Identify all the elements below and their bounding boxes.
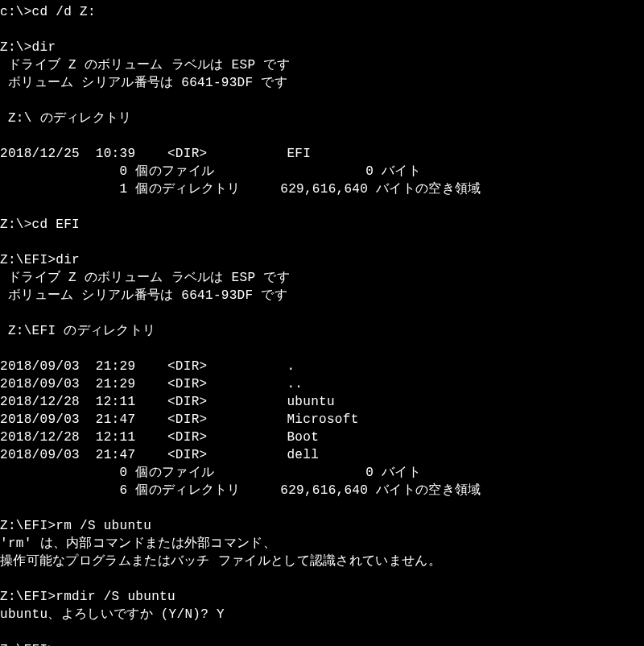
output-text: 6 個のディレクトリ 629,616,640 バイトの空き領域 bbox=[0, 483, 481, 498]
prompt: Z:\> bbox=[0, 40, 32, 55]
terminal-line bbox=[0, 21, 644, 39]
terminal-line: 2018/12/28 12:11 <DIR> ubuntu bbox=[0, 393, 644, 411]
output-text: ボリューム シリアル番号は 6641-93DF です bbox=[0, 76, 287, 90]
command-text: cd /d Z: bbox=[32, 5, 96, 19]
terminal-line: Z:\>dir bbox=[0, 39, 644, 56]
output-text: Z:\ のディレクトリ bbox=[0, 111, 132, 126]
terminal-line: Z:\EFI>rm /S ubuntu bbox=[0, 517, 644, 535]
output-text: ドライブ Z のボリューム ラベルは ESP です bbox=[0, 271, 290, 285]
terminal-line bbox=[0, 499, 644, 517]
terminal-line: ボリューム シリアル番号は 6641-93DF です bbox=[0, 74, 644, 92]
command-text: rmdir /S ubuntu bbox=[56, 590, 175, 604]
output-text: ドライブ Z のボリューム ラベルは ESP です bbox=[0, 58, 290, 72]
command-text: dir bbox=[56, 253, 80, 267]
terminal-line: 2018/09/03 21:29 <DIR> . bbox=[0, 358, 644, 375]
terminal-line: 2018/12/25 10:39 <DIR> EFI bbox=[0, 145, 644, 163]
terminal-line bbox=[0, 127, 644, 145]
output-text: 2018/12/28 12:11 <DIR> ubuntu bbox=[0, 395, 335, 409]
terminal-line: 操作可能なプログラムまたはバッチ ファイルとして認識されていません。 bbox=[0, 553, 644, 570]
terminal-line: ボリューム シリアル番号は 6641-93DF です bbox=[0, 287, 644, 304]
terminal-line: 2018/09/03 21:29 <DIR> .. bbox=[0, 375, 644, 393]
output-text: ubuntu、よろしいですか (Y/N)? Y bbox=[0, 607, 225, 622]
terminal-line: Z:\EFI> bbox=[0, 641, 644, 646]
command-text: dir bbox=[32, 40, 56, 55]
terminal-output[interactable]: c:\>cd /d Z: Z:\>dir ドライブ Z のボリューム ラベルは … bbox=[0, 0, 644, 646]
terminal-line bbox=[0, 623, 644, 641]
output-text: 2018/09/03 21:29 <DIR> .. bbox=[0, 377, 303, 391]
output-text: 2018/12/28 12:11 <DIR> Boot bbox=[0, 430, 319, 445]
terminal-line: 0 個のファイル 0 バイト bbox=[0, 163, 644, 180]
terminal-line: 2018/09/03 21:47 <DIR> Microsoft bbox=[0, 411, 644, 429]
terminal-line bbox=[0, 234, 644, 251]
prompt: Z:\EFI> bbox=[0, 253, 56, 267]
terminal-line: 6 個のディレクトリ 629,616,640 バイトの空き領域 bbox=[0, 482, 644, 499]
output-text: 2018/09/03 21:47 <DIR> dell bbox=[0, 448, 319, 462]
output-text: 'rm' は、内部コマンドまたは外部コマンド、 bbox=[0, 536, 276, 551]
terminal-line bbox=[0, 198, 644, 216]
terminal-line: Z:\>cd EFI bbox=[0, 216, 644, 234]
prompt: c:\> bbox=[0, 5, 32, 19]
output-text: 1 個のディレクトリ 629,616,640 バイトの空き領域 bbox=[0, 182, 481, 197]
terminal-line: ドライブ Z のボリューム ラベルは ESP です bbox=[0, 56, 644, 74]
terminal-line bbox=[0, 570, 644, 588]
output-text: Z:\EFI のディレクトリ bbox=[0, 324, 155, 338]
command-text: cd EFI bbox=[32, 217, 80, 232]
terminal-line: 'rm' は、内部コマンドまたは外部コマンド、 bbox=[0, 535, 644, 553]
output-text: 0 個のファイル 0 バイト bbox=[0, 466, 421, 480]
prompt: Z:\> bbox=[0, 217, 32, 232]
terminal-line: Z:\EFI>rmdir /S ubuntu bbox=[0, 588, 644, 606]
terminal-line bbox=[0, 340, 644, 358]
terminal-line: ドライブ Z のボリューム ラベルは ESP です bbox=[0, 269, 644, 287]
terminal-line: Z:\ のディレクトリ bbox=[0, 110, 644, 127]
prompt: Z:\EFI> bbox=[0, 643, 56, 646]
terminal-line: ubuntu、よろしいですか (Y/N)? Y bbox=[0, 606, 644, 623]
terminal-line bbox=[0, 92, 644, 110]
prompt: Z:\EFI> bbox=[0, 519, 56, 533]
command-text: rm /S ubuntu bbox=[56, 519, 151, 533]
terminal-line: Z:\EFI のディレクトリ bbox=[0, 322, 644, 340]
terminal-line: 2018/12/28 12:11 <DIR> Boot bbox=[0, 429, 644, 446]
output-text: 2018/09/03 21:47 <DIR> Microsoft bbox=[0, 412, 359, 427]
output-text: 2018/12/25 10:39 <DIR> EFI bbox=[0, 147, 311, 161]
terminal-line: c:\>cd /d Z: bbox=[0, 3, 644, 21]
terminal-line: Z:\EFI>dir bbox=[0, 251, 644, 269]
terminal-line: 2018/09/03 21:47 <DIR> dell bbox=[0, 446, 644, 464]
output-text: 操作可能なプログラムまたはバッチ ファイルとして認識されていません。 bbox=[0, 554, 441, 569]
terminal-line bbox=[0, 304, 644, 322]
terminal-line: 1 個のディレクトリ 629,616,640 バイトの空き領域 bbox=[0, 180, 644, 198]
output-text: ボリューム シリアル番号は 6641-93DF です bbox=[0, 288, 287, 303]
output-text: 2018/09/03 21:29 <DIR> . bbox=[0, 359, 295, 374]
terminal-line: 0 個のファイル 0 バイト bbox=[0, 464, 644, 482]
prompt: Z:\EFI> bbox=[0, 590, 56, 604]
output-text: 0 個のファイル 0 バイト bbox=[0, 164, 421, 179]
